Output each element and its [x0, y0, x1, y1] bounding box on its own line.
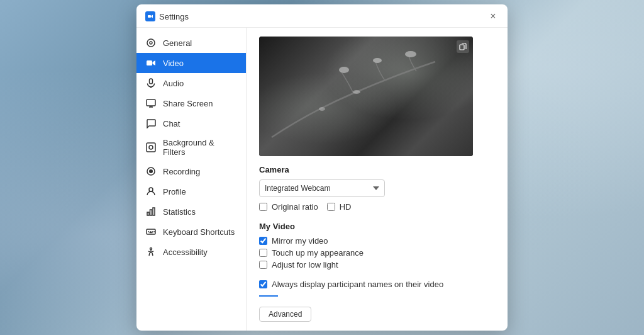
adjust-light-row: Adjust for low light [259, 260, 495, 270]
svg-rect-6 [150, 79, 153, 84]
sidebar-label-video: Video [163, 59, 184, 68]
svg-marker-5 [153, 60, 156, 65]
adjust-light-checkbox[interactable] [259, 261, 267, 269]
svg-line-28 [152, 253, 153, 256]
sidebar-label-keyboard-shortcuts: Keyboard Shortcuts [163, 227, 235, 237]
section-divider [259, 295, 278, 297]
dialog-title: Settings [159, 12, 189, 21]
svg-rect-8 [147, 99, 155, 106]
keyboard-shortcuts-icon [145, 226, 157, 237]
original-ratio-row: Original ratio [259, 202, 318, 212]
zoom-logo-icon [145, 11, 155, 21]
video-icon [145, 57, 157, 69]
my-video-title: My Video [259, 222, 495, 231]
camera-feed [259, 37, 473, 156]
profile-icon [145, 186, 157, 197]
svg-point-32 [353, 90, 360, 94]
mirror-video-row: Mirror my video [259, 236, 495, 246]
svg-point-2 [147, 39, 155, 47]
sidebar-label-audio: Audio [163, 79, 184, 88]
svg-point-14 [149, 169, 153, 173]
always-display-checkbox[interactable] [259, 280, 267, 288]
sidebar-item-background-filters[interactable]: Background & Filters [136, 133, 246, 161]
svg-point-33 [319, 107, 325, 111]
hd-checkbox[interactable] [327, 203, 335, 211]
background-filters-icon [145, 142, 157, 153]
touch-up-label: Touch up my appearance [272, 248, 364, 258]
mirror-video-checkbox[interactable] [259, 237, 267, 245]
camera-dropdown[interactable]: Integrated Webcam External Webcam Virtua… [259, 179, 385, 197]
camera-preview [259, 37, 473, 156]
always-display-label: Always display participant names on thei… [272, 280, 443, 289]
svg-point-12 [149, 145, 153, 149]
sidebar-item-profile[interactable]: Profile [136, 181, 246, 202]
close-button[interactable]: × [487, 11, 499, 22]
statistics-icon [145, 206, 157, 217]
sidebar-item-video[interactable]: Video [136, 53, 246, 73]
sidebar-item-keyboard-shortcuts[interactable]: Keyboard Shortcuts [136, 222, 246, 242]
sidebar-label-statistics: Statistics [163, 207, 196, 217]
svg-point-3 [150, 42, 152, 44]
svg-rect-34 [460, 45, 464, 50]
dialog-title-row: Settings [145, 11, 189, 21]
svg-marker-1 [152, 15, 153, 18]
svg-rect-17 [150, 210, 152, 215]
accessibility-icon [145, 246, 157, 258]
hd-row: HD [327, 202, 352, 212]
svg-point-25 [150, 248, 152, 250]
svg-rect-0 [148, 15, 151, 18]
audio-icon [145, 77, 157, 89]
sidebar-item-recording[interactable]: Recording [136, 161, 246, 181]
original-ratio-checkbox[interactable] [259, 203, 267, 211]
sidebar-label-accessibility: Accessibility [163, 247, 208, 257]
my-video-section: My Video Mirror my video Touch up my app… [259, 222, 495, 270]
hd-label: HD [340, 202, 352, 212]
camera-section-label: Camera [259, 165, 495, 174]
ratio-row: Original ratio HD [259, 202, 495, 214]
settings-dialog: Settings × General Video Audio [136, 4, 508, 331]
svg-point-15 [149, 188, 153, 191]
sidebar-label-profile: Profile [163, 187, 186, 196]
svg-point-29 [339, 67, 349, 73]
always-display-row: Always display participant names on thei… [259, 280, 495, 289]
adjust-light-label: Adjust for low light [272, 260, 338, 270]
svg-point-30 [373, 58, 382, 63]
sidebar-item-accessibility[interactable]: Accessibility [136, 242, 246, 262]
original-ratio-label: Original ratio [272, 202, 318, 212]
dialog-body: General Video Audio Share Screen [136, 28, 508, 331]
sidebar-item-share-screen[interactable]: Share Screen [136, 93, 246, 113]
sidebar-item-audio[interactable]: Audio [136, 73, 246, 93]
sidebar-item-general[interactable]: General [136, 33, 246, 53]
sidebar-item-chat[interactable]: Chat [136, 113, 246, 133]
advanced-button[interactable]: Advanced [259, 307, 311, 322]
mirror-video-label: Mirror my video [272, 236, 328, 246]
branch-svg [259, 37, 473, 156]
content-panel: Camera Integrated Webcam External Webcam… [247, 28, 508, 331]
svg-rect-11 [147, 143, 155, 152]
sidebar-item-statistics[interactable]: Statistics [136, 202, 246, 222]
copy-icon[interactable] [457, 40, 469, 53]
always-display-checkbox-row: Always display participant names on thei… [259, 280, 495, 289]
general-icon [145, 37, 157, 48]
sidebar-label-background-filters: Background & Filters [163, 138, 237, 157]
svg-point-31 [405, 51, 416, 57]
svg-rect-18 [153, 208, 155, 215]
dialog-header: Settings × [136, 4, 508, 28]
sidebar-label-share-screen: Share Screen [163, 99, 213, 108]
share-screen-icon [145, 98, 157, 109]
sidebar-label-general: General [163, 38, 192, 48]
sidebar-label-recording: Recording [163, 167, 200, 176]
svg-line-27 [149, 253, 150, 256]
touch-up-row: Touch up my appearance [259, 248, 495, 258]
chat-icon [145, 118, 157, 129]
camera-dropdown-row: Integrated Webcam External Webcam Virtua… [259, 179, 495, 197]
sidebar-label-chat: Chat [163, 119, 180, 128]
svg-rect-16 [147, 212, 149, 215]
recording-icon [145, 166, 157, 177]
svg-rect-4 [147, 60, 152, 65]
touch-up-checkbox[interactable] [259, 249, 267, 257]
sidebar: General Video Audio Share Screen [136, 28, 247, 331]
